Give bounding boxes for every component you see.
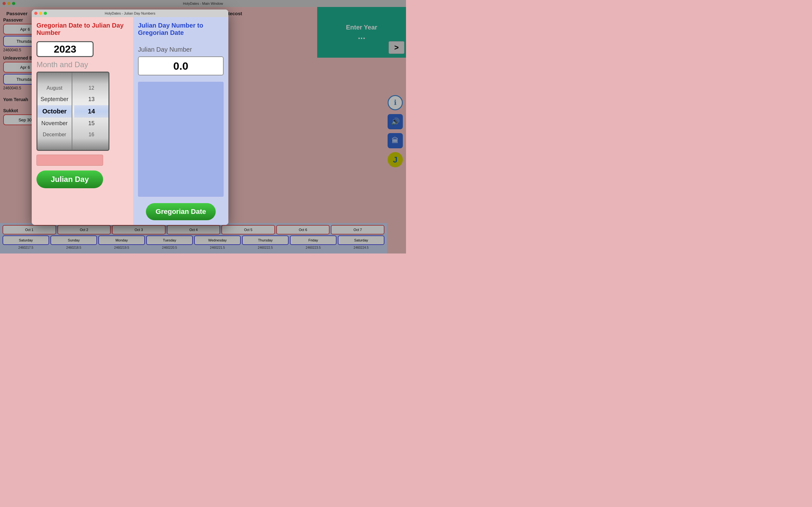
picker-day-15: 15 bbox=[74, 118, 108, 129]
right-panel-title: Julian Day Number to Gregorian Date bbox=[138, 22, 223, 37]
month-day-label: Month and Day bbox=[37, 60, 88, 69]
modal-maximize-button[interactable] bbox=[44, 12, 47, 15]
modal-body: Gregorian Date to Julian Day Number 2023… bbox=[32, 17, 229, 225]
picker-divider bbox=[72, 72, 72, 150]
left-panel: Gregorian Date to Julian Day Number 2023… bbox=[32, 17, 133, 225]
year-input[interactable]: 2023 bbox=[37, 41, 94, 57]
modal-title-bar-buttons bbox=[34, 12, 47, 15]
picker-day-14[interactable]: 14 bbox=[74, 105, 108, 118]
picker-day-16: 16 bbox=[74, 129, 108, 140]
result-display bbox=[37, 155, 103, 166]
picker-day-12: 12 bbox=[74, 83, 108, 94]
jdn-label: Julian Day Number bbox=[138, 46, 192, 53]
right-bottom-fill bbox=[138, 82, 223, 197]
modal-title: HolyDates - Julian Day Numbers bbox=[105, 11, 155, 15]
left-panel-title: Gregorian Date to Julian Day Number bbox=[37, 22, 129, 37]
picker-month-oct[interactable]: October bbox=[38, 105, 72, 118]
gregorian-date-button[interactable]: Gregorian Date bbox=[146, 203, 216, 220]
modal-close-button[interactable] bbox=[34, 12, 38, 15]
picker-day-13: 13 bbox=[74, 94, 108, 105]
julian-day-modal: HolyDates - Julian Day Numbers Gregorian… bbox=[32, 9, 229, 225]
picker-month-nov: November bbox=[38, 118, 72, 129]
picker-month-dec: December bbox=[38, 129, 72, 140]
julian-day-button[interactable]: Julian Day bbox=[37, 170, 103, 188]
picker-month-sep: September bbox=[38, 94, 72, 105]
modal-title-bar: HolyDates - Julian Day Numbers bbox=[32, 9, 229, 17]
picker-months: August September October November Decemb… bbox=[38, 72, 72, 150]
modal-minimize-button[interactable] bbox=[39, 12, 42, 15]
picker-month-aug: August bbox=[38, 83, 72, 94]
jdn-input[interactable]: 0.0 bbox=[138, 56, 223, 75]
month-day-picker[interactable]: August September October November Decemb… bbox=[37, 72, 109, 151]
picker-days: 12 13 14 15 16 bbox=[74, 72, 108, 150]
right-panel: Julian Day Number to Gregorian Date Juli… bbox=[133, 17, 229, 225]
main-window: HolyDates - Main Window Passover Easter … bbox=[0, 0, 406, 253]
